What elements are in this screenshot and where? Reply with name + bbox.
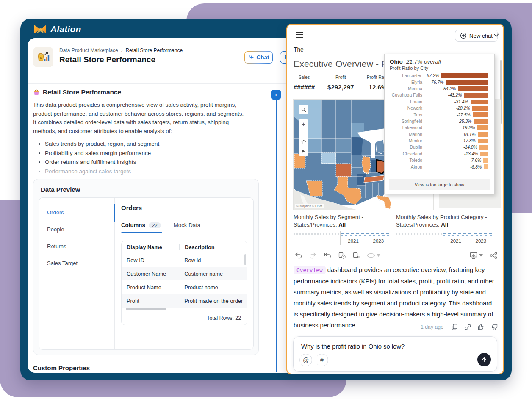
about-bullet: Performance against sales targets xyxy=(45,167,248,176)
zoom-in-button[interactable]: + xyxy=(302,122,305,126)
tab-columns[interactable]: Columns 22 xyxy=(121,222,161,228)
city-bar xyxy=(464,93,488,98)
home-icon[interactable] xyxy=(301,140,306,144)
about-paragraph: This data product provides a comprehensi… xyxy=(33,101,248,136)
table-row[interactable]: Profit Profit made on the order xyxy=(122,294,247,308)
share-icon[interactable] xyxy=(490,252,497,259)
dashboard-toolbar xyxy=(295,250,497,260)
city-bar xyxy=(441,73,488,78)
assistant-message: Overviewdashboard provides an executive … xyxy=(294,264,498,331)
chart1-preview[interactable]: 2021 2023 xyxy=(294,231,391,245)
active-tab-underline xyxy=(121,232,162,233)
new-chat-button[interactable]: New chat xyxy=(455,30,498,42)
link-icon[interactable] xyxy=(464,324,471,330)
table-row[interactable]: Product Name Product name xyxy=(122,280,247,294)
ohio-tooltip: Ohio -21.7% overall Profit Ratio by City… xyxy=(384,54,495,194)
nav-active-indicator xyxy=(114,204,115,222)
profit-ratio-by-city: Lancaster -87.2% Elyria -76.7% Medina -5… xyxy=(390,72,490,170)
year-tick: 2023 xyxy=(476,238,487,244)
dataset-nav-item[interactable]: Sales Target xyxy=(39,255,114,272)
city-row: Toledo -7.6% xyxy=(390,157,488,163)
city-bar xyxy=(480,152,488,157)
tab-mock-data[interactable]: Mock Data xyxy=(174,222,201,228)
data-preview-inner: OrdersPeopleReturnsSales Target Orders C… xyxy=(39,197,254,350)
tooltip-subtitle: Profit Ratio by City xyxy=(390,66,490,71)
chart2-preview[interactable]: 2021 2023 xyxy=(396,231,493,245)
dashboard-title: Executive Overview - P xyxy=(294,59,387,69)
undo-icon[interactable] xyxy=(295,252,302,259)
menu-icon[interactable] xyxy=(296,32,303,38)
revert-icon[interactable] xyxy=(324,252,331,259)
dataset-title: Orders xyxy=(121,204,142,211)
overview-chip[interactable]: Overview xyxy=(294,266,326,274)
city-bar xyxy=(478,132,488,137)
table-row[interactable]: Customer Name Customer name xyxy=(122,267,247,280)
city-row: Elyria -76.7% xyxy=(390,79,488,85)
col-description: Description xyxy=(179,244,247,250)
dataset-nav-item[interactable]: Orders xyxy=(39,204,114,221)
table-header-row: Display Name Description xyxy=(122,241,247,253)
message-timestamp: 1 day ago xyxy=(421,324,443,330)
map-attribution: © Mapbox © OSM xyxy=(295,204,324,208)
city-row: Troy -27.5% xyxy=(390,111,488,118)
thumbs-down-icon[interactable] xyxy=(491,324,498,330)
pan-arrow-icon[interactable] xyxy=(302,149,305,153)
refresh-data-icon[interactable] xyxy=(338,252,346,259)
city-bar xyxy=(472,106,488,111)
about-bullet: Order returns and fulfillment insights xyxy=(45,158,248,167)
hashtag-button[interactable]: # xyxy=(316,354,328,366)
shopping-bag-emoji-icon xyxy=(33,89,40,96)
dataset-nav-item[interactable]: People xyxy=(39,221,114,238)
city-bar xyxy=(471,100,488,105)
city-row: Marion -18.1% xyxy=(390,131,488,138)
chart1-title: Monthly Sales by Segment - States/Provin… xyxy=(294,213,393,229)
chat-input[interactable]: Why is the profit ratio in Ohio so low? xyxy=(301,343,405,350)
copy-icon[interactable] xyxy=(451,324,458,330)
expand-panel-button[interactable]: › xyxy=(271,90,281,100)
map-search-button[interactable] xyxy=(299,105,308,114)
breadcrumb-current[interactable]: Retail Store Performance xyxy=(125,47,183,53)
about-bullet: Sales trends by product, region, and seg… xyxy=(45,139,248,149)
city-row: Lorain -31.4% xyxy=(390,99,488,105)
arrow-up-icon xyxy=(481,357,487,363)
map-control-group: + − xyxy=(299,119,308,156)
breadcrumb-parent[interactable]: Data Product Marketplace xyxy=(59,47,118,53)
message-meta: 1 day ago xyxy=(294,324,498,330)
about-bullets: Sales trends by product, region, and seg… xyxy=(45,139,248,176)
redo-icon[interactable] xyxy=(309,252,316,259)
table-row[interactable]: Row ID Row id xyxy=(122,253,247,267)
city-row: Akron -6.8% xyxy=(390,163,488,170)
data-preview-card: Data Preview OrdersPeopleReturnsSales Ta… xyxy=(33,179,259,355)
year-tick: 2021 xyxy=(450,238,461,244)
city-row: Medina -54.2% xyxy=(390,86,488,92)
dataset-nav: OrdersPeopleReturnsSales Target xyxy=(39,198,114,349)
data-product-icon: $ xyxy=(33,47,53,67)
city-bar xyxy=(474,119,488,124)
table-horizontal-scrollbar[interactable] xyxy=(122,308,247,311)
chat-button[interactable]: Chat xyxy=(244,51,273,64)
columns-count-badge: 22 xyxy=(149,222,161,228)
table-body: Row ID Row id Customer Name Customer nam… xyxy=(122,253,247,308)
shopping-bag-chart-icon: $ xyxy=(36,50,50,64)
city-bar xyxy=(458,86,488,91)
zoom-out-button[interactable]: − xyxy=(302,131,305,135)
breadcrumb-chevron-icon: › xyxy=(121,48,123,53)
thumbs-up-icon[interactable] xyxy=(478,324,485,330)
city-bar xyxy=(446,80,488,85)
chevron-down-icon[interactable] xyxy=(493,33,499,37)
view-loop-dropdown[interactable] xyxy=(367,253,380,258)
sparkle-icon xyxy=(248,55,254,61)
columns-table: Display Name Description Row ID Row id xyxy=(121,241,247,325)
dataset-tabs: Columns 22 Mock Data xyxy=(121,222,200,228)
city-bar xyxy=(484,164,488,169)
tooltip-footer: View is too large to show xyxy=(389,179,490,190)
custom-properties-heading: Custom Properties xyxy=(33,364,90,371)
plus-circle-icon xyxy=(460,32,467,39)
mention-button[interactable]: @ xyxy=(299,354,312,366)
pause-updates-icon[interactable] xyxy=(353,252,360,259)
send-button[interactable] xyxy=(477,353,491,366)
download-dropdown[interactable] xyxy=(470,252,483,259)
table-vertical-scrollbar[interactable] xyxy=(244,254,246,265)
dataset-nav-item[interactable]: Returns xyxy=(39,238,114,255)
city-row: Lakewood -19.2% xyxy=(390,125,488,131)
